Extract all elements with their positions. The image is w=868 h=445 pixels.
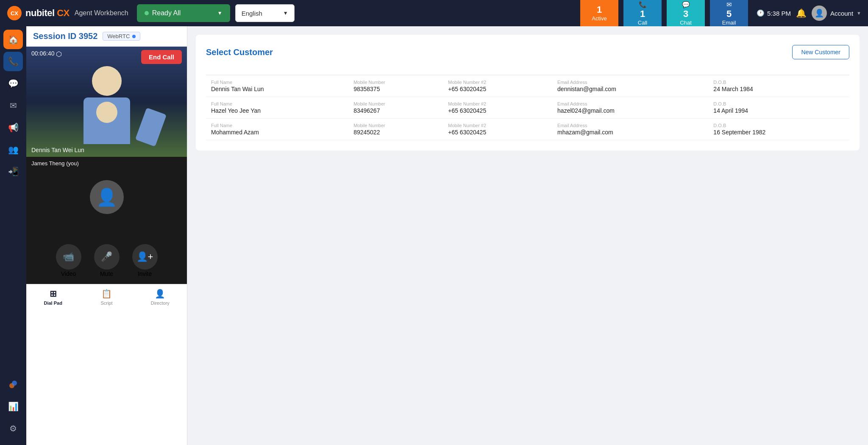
chat-count: 3 <box>683 9 688 19</box>
time-display: 🕐 5:38 PM <box>757 9 791 17</box>
cell-label: Full Name <box>211 80 343 85</box>
ready-dot <box>145 11 149 15</box>
clock-icon: 🕐 <box>757 9 765 17</box>
directory-icon: 👤 <box>155 289 165 299</box>
self-avatar-circle: 👤 <box>90 180 124 214</box>
col-email <box>552 68 708 75</box>
nav-item-email[interactable]: ✉ <box>3 96 23 115</box>
cell-label: D.O.B <box>713 123 844 128</box>
content-header: Select Customer New Customer <box>206 45 849 59</box>
email-label: Email <box>722 19 736 26</box>
video-controls: 📹 Video 🎤 Mute 👤+ Invite <box>26 237 187 284</box>
cell-label: Full Name <box>211 101 343 106</box>
webrtc-badge: WebRTC <box>103 32 140 41</box>
script-label: Script <box>100 300 112 306</box>
dial-pad-label: Dial Pad <box>44 300 62 306</box>
caller-name: Dennis Tan Wei Lun <box>31 147 84 153</box>
col-full-name <box>206 68 348 75</box>
cell-value: 83496267 <box>353 107 438 114</box>
table-header <box>206 68 849 75</box>
ready-all-button[interactable]: Ready All ▼ <box>137 4 230 22</box>
cell-value: +65 63020425 <box>448 107 547 114</box>
cell-label: Mobile Number #2 <box>448 80 547 85</box>
invite-icon: 👤+ <box>136 251 153 262</box>
email-icon: ✉ <box>726 1 732 8</box>
main-layout: 🏠 📞 💬 ✉ 📢 👥 📲 📊 ⚙ Session ID 3952 WebRTC <box>0 26 868 445</box>
cell-label: D.O.B <box>713 101 844 106</box>
notification-bell-button[interactable]: 🔔 <box>796 8 807 18</box>
webrtc-label: WebRTC <box>107 33 130 39</box>
session-header: Session ID 3952 WebRTC <box>26 26 187 47</box>
side-panel: Session ID 3952 WebRTC 00:06:40 ⬡ End Ca… <box>26 26 187 445</box>
call-label: Call <box>638 19 647 26</box>
cell-value: mhazam@gmail.com <box>557 129 703 136</box>
expand-icon[interactable]: ⬡ <box>56 50 62 58</box>
video-main: 00:06:40 ⬡ End Call Dennis Tan Wei Lun <box>26 47 187 157</box>
nav-item-reports[interactable]: 📊 <box>3 397 23 416</box>
chat-stat-button[interactable]: 💬 3 Chat <box>667 0 705 26</box>
analytics-icon <box>8 380 18 389</box>
mute-control-wrapper: 🎤 Mute <box>94 244 120 277</box>
nav-item-phone[interactable]: 📞 <box>3 52 23 71</box>
call-count: 1 <box>640 9 645 19</box>
cell-label: Mobile Number #2 <box>448 101 547 106</box>
nav-item-contacts[interactable]: 👥 <box>3 140 23 159</box>
cell-label: Email Address <box>557 101 703 106</box>
select-customer-title: Select Customer <box>206 47 273 57</box>
nav-item-broadcast[interactable]: 📢 <box>3 118 23 137</box>
self-name: James Theng (you) <box>31 160 79 167</box>
call-stat-button[interactable]: 📞 1 Call <box>623 0 662 26</box>
time-value: 5:38 PM <box>767 10 791 17</box>
email-stat-button[interactable]: ✉ 5 Email <box>710 0 748 26</box>
cell-value: Mohammed Azam <box>211 129 343 136</box>
main-content: Select Customer New Customer Full NameDe… <box>187 26 868 445</box>
self-avatar: 👤 <box>26 157 187 237</box>
tab-script[interactable]: 📋 Script <box>80 284 133 310</box>
cell-value: hazel024@gmail.com <box>557 107 703 114</box>
nav-item-analytics[interactable] <box>3 375 23 394</box>
chat-label: Chat <box>680 19 691 26</box>
table-row[interactable]: Full NameDennis Tan Wai LunMobile Number… <box>206 75 849 97</box>
table-row[interactable]: Full NameMohammed AzamMobile Number89245… <box>206 119 849 140</box>
mute-label: Mute <box>100 270 113 277</box>
cell-value: 98358375 <box>353 86 438 92</box>
chevron-down-icon: ▼ <box>217 10 223 16</box>
cell-value: 16 September 1982 <box>713 129 844 136</box>
cell-label: Email Address <box>557 123 703 128</box>
cell-value: 14 April 1994 <box>713 107 844 114</box>
customer-select-card: Select Customer New Customer Full NameDe… <box>196 35 860 150</box>
webrtc-status-dot <box>132 35 136 38</box>
active-label: Active <box>592 15 606 22</box>
chevron-down-icon: ▼ <box>283 10 288 16</box>
cell-value: +65 63020425 <box>448 129 547 136</box>
end-call-button[interactable]: End Call <box>141 50 182 64</box>
invite-button[interactable]: 👤+ <box>132 244 158 270</box>
language-button[interactable]: English ▼ <box>235 4 295 22</box>
video-icon: 📹 <box>63 251 74 262</box>
tab-dial-pad[interactable]: ⊞ Dial Pad <box>26 284 80 310</box>
tab-directory[interactable]: 👤 Directory <box>134 284 187 310</box>
video-button[interactable]: 📹 <box>56 244 81 270</box>
chevron-down-icon: ▼ <box>857 11 861 16</box>
email-count: 5 <box>726 9 732 19</box>
active-count: 1 <box>597 5 602 14</box>
account-button[interactable]: 👤 Account ▼ <box>812 6 861 21</box>
logo-text: nubitel CX <box>25 8 70 19</box>
nav-item-call-forward[interactable]: 📲 <box>3 162 23 181</box>
new-customer-button[interactable]: New Customer <box>792 45 849 59</box>
call-icon: 📞 <box>639 1 647 8</box>
nav-item-chat[interactable]: 💬 <box>3 74 23 93</box>
invite-label: Invite <box>138 270 152 277</box>
table-row[interactable]: Full NameHazel Yeo Jee YanMobile Number8… <box>206 97 849 119</box>
cell-label: Email Address <box>557 80 703 85</box>
cell-label: Full Name <box>211 123 343 128</box>
nav-item-settings[interactable]: ⚙ <box>3 419 23 438</box>
active-stat-button[interactable]: 1 Active <box>580 0 618 26</box>
nav-item-home[interactable]: 🏠 <box>3 30 23 49</box>
cell-label: Mobile Number #2 <box>448 123 547 128</box>
account-label: Account <box>830 10 853 17</box>
ready-label: Ready All <box>152 9 181 17</box>
mute-button[interactable]: 🎤 <box>94 244 120 270</box>
language-label: English <box>242 10 262 17</box>
col-mobile <box>348 68 443 75</box>
